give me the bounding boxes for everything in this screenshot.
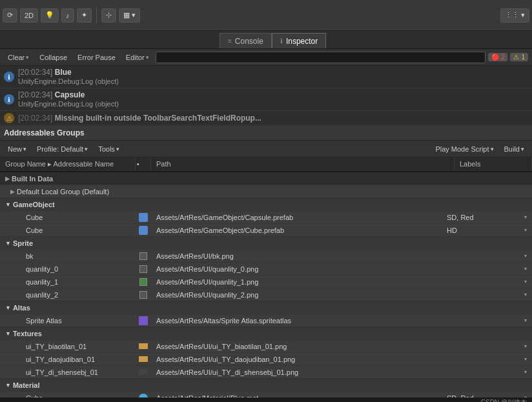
addressables-table[interactable]: Group Name ▸ Addressable Name ▪ Path Lab…: [0, 157, 532, 397]
log-entry-2[interactable]: ⚠ [20:02:34] Missing built-in outside To…: [0, 111, 532, 126]
th-group-name: Group Name ▸ Addressable Name: [0, 157, 136, 171]
triangle-material: ▼: [5, 382, 11, 388]
texture-icon-dj: [139, 356, 148, 362]
icon-cube: [136, 225, 151, 236]
path-bk: Assets/ArtRes/UI/bk.png: [151, 251, 442, 261]
labels-dropdown-q1[interactable]: ▾: [519, 279, 532, 285]
item-row-quanlity1[interactable]: quanlity_1 Assets/ArtRes/UI/quanlity_1.p…: [0, 276, 532, 288]
item-row-dishensebj[interactable]: ui_TY_di_shensebj_01 Assets/ArtRes/UI/ui…: [0, 366, 532, 379]
path-blue: Assets/ArtRes/Material/Blue.mat: [151, 393, 442, 398]
labels-dropdown-blue[interactable]: ▾: [519, 395, 532, 397]
path-sprite: [151, 242, 455, 245]
labels-dropdown-bk[interactable]: ▾: [519, 253, 532, 259]
error-pause-button[interactable]: Error Pause: [74, 51, 119, 64]
editor-button[interactable]: Editor: [122, 51, 153, 64]
item-row-cube[interactable]: Cube Assets/ArtRes/GameObject/Cube.prefa…: [0, 224, 532, 237]
atlas-icon: [139, 316, 148, 325]
labels-dropdown-bt[interactable]: ▾: [519, 343, 532, 349]
collapse-button[interactable]: Collapse: [36, 51, 71, 64]
item-row-capsule[interactable]: Cube Assets/ArtRes/GameObject/Capsule.pr…: [0, 211, 532, 224]
toolbar-audio-btn[interactable]: ♪: [61, 8, 74, 23]
toolbar-move-btn[interactable]: ⊹: [101, 8, 116, 23]
labels-dropdown-q0[interactable]: ▾: [519, 266, 532, 272]
item-row-spriteatlas[interactable]: Sprite Atlas Assets/ArtRes/Altas/Sprite …: [0, 314, 532, 327]
group-row-textures[interactable]: ▼Textures: [0, 327, 532, 340]
item-name-daojudiban: ui_TY_daojudiban_01: [0, 354, 136, 365]
group-name-gameobject: ▼GameObject: [0, 199, 136, 210]
path-daojudiban: Assets/ArtRes/UI/ui_TY_daojudiban_01.png: [151, 354, 442, 365]
group-row-material[interactable]: ▼Material: [0, 379, 532, 392]
main-area: Addressables Groups New Profile: Default…: [0, 126, 532, 397]
clear-button[interactable]: Clear: [4, 51, 33, 64]
item-row-quanlity0[interactable]: quanlity_0 Assets/ArtRes/UI/quanlity_0.p…: [0, 263, 532, 276]
prefab-icon-capsule: [139, 213, 148, 222]
table-header: Group Name ▸ Addressable Name ▪ Path Lab…: [0, 157, 532, 172]
th-icon: ▪: [136, 157, 151, 171]
toolbar-layout-btn[interactable]: ▦ ▾: [119, 8, 140, 23]
new-button[interactable]: New: [4, 144, 30, 154]
labels-gameobject: [455, 203, 532, 206]
group-name-textures: ▼Textures: [0, 328, 136, 339]
icon-cell-built-in: [136, 177, 151, 180]
triangle-sprite: ▼: [5, 240, 11, 246]
triangle-textures: ▼: [5, 330, 11, 337]
toolbar-rotate-btn[interactable]: ⟳: [3, 8, 17, 23]
labels-quanlity0: [442, 268, 519, 270]
tab-inspector-label: Inspector: [286, 37, 318, 46]
tab-inspector[interactable]: ℹ Inspector: [272, 33, 326, 48]
addressables-header: Addressables Groups: [0, 126, 532, 141]
log-entry-0[interactable]: ℹ [20:02:34] Blue UnityEngine.Debug:Log …: [0, 66, 532, 88]
build-button[interactable]: Build: [500, 144, 528, 154]
toolbar-light-btn[interactable]: 💡: [41, 8, 59, 23]
tab-console[interactable]: ≡ Console: [220, 33, 272, 48]
icon-quanlity0: [136, 264, 151, 274]
tab-console-label: Console: [235, 37, 263, 46]
item-row-biaotilan[interactable]: ui_TY_biaotilan_01 Assets/ArtRes/UI/ui_T…: [0, 340, 532, 353]
labels-textures: [455, 332, 532, 335]
item-name-dishensebj: ui_TY_di_shensebj_01: [0, 367, 136, 377]
group-row-gameobject[interactable]: ▼GameObject: [0, 198, 532, 211]
texture-icon-bt: [139, 343, 148, 349]
group-row-altas[interactable]: ▼Altas: [0, 301, 532, 314]
triangle-altas: ▼: [5, 305, 11, 311]
icon-dishensebj: [136, 368, 151, 376]
labels-dropdown-sa[interactable]: ▾: [519, 317, 532, 323]
tools-button[interactable]: Tools: [94, 144, 123, 154]
item-row-blue[interactable]: Cube Assets/ArtRes/Material/Blue.mat SD,…: [0, 392, 532, 397]
item-name-quanlity0: quanlity_0: [0, 264, 136, 274]
profile-button[interactable]: Profile: Default: [33, 144, 92, 154]
labels-capsule: SD, Red: [442, 212, 519, 223]
labels-dropdown-dj[interactable]: ▾: [519, 356, 532, 362]
group-row-sprite[interactable]: ▼Sprite: [0, 237, 532, 250]
path-cube: Assets/ArtRes/GameObject/Cube.prefab: [151, 225, 442, 236]
labels-quanlity2: [442, 294, 519, 296]
checkbox-icon-bk: [139, 252, 147, 260]
log-entries-panel: ℹ [20:02:34] Blue UnityEngine.Debug:Log …: [0, 66, 532, 126]
labels-dropdown-ds[interactable]: ▾: [519, 369, 532, 375]
group-row-default[interactable]: ▶Default Local Group (Default): [0, 185, 532, 198]
path-spriteatlas: Assets/ArtRes/Altas/Sprite Atlas.spritea…: [151, 316, 442, 326]
group-row-built-in[interactable]: ▶Built In Data: [0, 172, 532, 185]
highlight-capsule: Capsule.prefab: [245, 214, 294, 221]
error-badge: 🔴 2: [488, 53, 508, 61]
toolbar-2d-btn[interactable]: 2D: [20, 8, 38, 23]
log-text-1: [20:02:34] Capsule UnityEngine.Debug:Log…: [18, 90, 528, 108]
log-entry-1[interactable]: ℹ [20:02:34] Capsule UnityEngine.Debug:L…: [0, 88, 532, 111]
toolbar-gizmos-btn[interactable]: ⋮⋮ ▾: [500, 8, 529, 23]
labels-dropdown-cube[interactable]: ▾: [519, 227, 532, 233]
item-row-daojudiban[interactable]: ui_TY_daojudiban_01 Assets/ArtRes/UI/ui_…: [0, 353, 532, 366]
labels-dropdown-q2[interactable]: ▾: [519, 292, 532, 297]
toolbar-effect-btn[interactable]: ✦: [77, 8, 92, 23]
path-quanlity1: Assets/ArtRes/UI/quanlity_1.png: [151, 277, 442, 287]
labels-dropdown-capsule[interactable]: ▾: [519, 214, 532, 220]
log-text-2: [20:02:34] Missing built-in outside Tool…: [18, 114, 528, 123]
path-gameobject: [151, 203, 455, 206]
item-row-quanlity2[interactable]: quanlity_2 Assets/ArtRes/UI/quanlity_2.p…: [0, 288, 532, 301]
console-search-input[interactable]: [156, 52, 486, 63]
play-mode-button[interactable]: Play Mode Script: [431, 144, 497, 154]
labels-dishensebj: [442, 371, 519, 374]
labels-material: [455, 384, 532, 387]
labels-cube: HD: [442, 225, 519, 236]
item-row-bk[interactable]: bk Assets/ArtRes/UI/bk.png ▾: [0, 250, 532, 263]
tab-bar: ≡ Console ℹ Inspector: [0, 31, 532, 49]
